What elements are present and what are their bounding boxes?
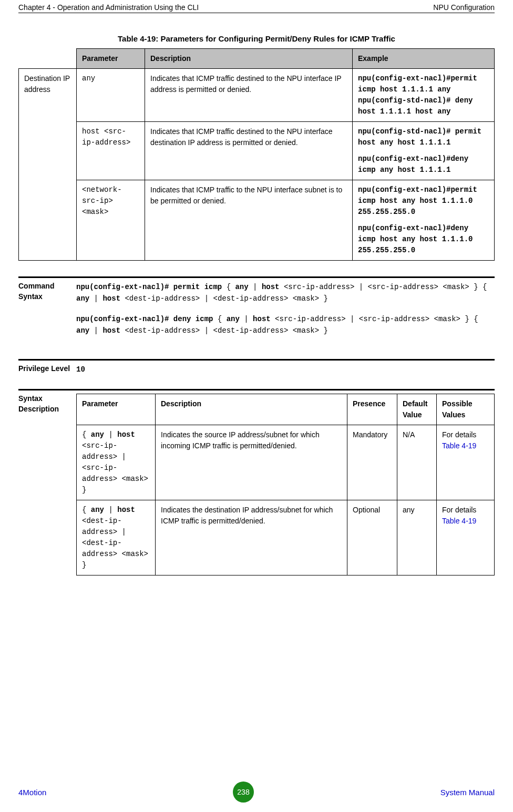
privilege-section: Privilege Level 10 (18, 359, 495, 375)
example-line: npu(config-std-nacl)# deny host 1.1.1.1 … (358, 95, 489, 117)
table-row: { any | host <dest-ip-address> | <dest-i… (77, 500, 495, 575)
desc-cell: Indicates the destination IP address/sub… (156, 500, 347, 575)
table-row: { any | host <src-ip-address> | <src-ip-… (77, 425, 495, 500)
table-link[interactable]: Table 4-19 (442, 517, 476, 525)
syntax-table: Parameter Description Presence Default V… (76, 394, 495, 575)
col-parameter: Parameter (77, 394, 156, 425)
example-cell: npu(config-std-nacl)# permit host any ho… (353, 122, 495, 180)
col-example: Example (353, 49, 495, 69)
col-possible: Possible Values (437, 394, 495, 425)
rowgroup-label: Destination IP address (19, 69, 77, 261)
col-parameter: Parameter (77, 49, 145, 69)
example-line: npu(config-ext-nacl)#permit icmp host an… (358, 184, 489, 218)
param-cell: { any | host <src-ip-address> | <src-ip-… (77, 425, 156, 500)
command-syntax-content: npu(config-ext-nacl)# permit icmp { any … (76, 281, 495, 345)
table-link[interactable]: Table 4-19 (442, 441, 476, 450)
table-caption: Table 4-19: Parameters for Configuring P… (18, 34, 495, 43)
header-left: Chapter 4 - Operation and Administration… (18, 3, 199, 12)
col-blank (19, 49, 77, 69)
table-row: Destination IP address any Indicates tha… (19, 69, 495, 122)
command-syntax-label: Command Syntax (18, 281, 76, 345)
col-description: Description (145, 49, 353, 69)
header-right: NPU Configuration (433, 3, 495, 12)
example-line: npu(config-ext-nacl)#deny icmp any host … (358, 153, 489, 176)
param-cell: host <src-ip-address> (77, 122, 145, 180)
footer-left[interactable]: 4Motion (18, 788, 46, 797)
desc-cell: Indicates the source IP address/subnet f… (156, 425, 347, 500)
page-number-badge: 238 (233, 782, 254, 803)
privilege-value: 10 (76, 364, 495, 375)
header-rule (18, 13, 495, 13)
default-cell: any (397, 500, 437, 575)
example-cell: npu(config-ext-nacl)#permit icmp host an… (353, 180, 495, 261)
desc-cell: Indicates that ICMP traffic destined to … (145, 122, 353, 180)
syntax-description-label: Syntax Description (18, 394, 76, 575)
col-default: Default Value (397, 394, 437, 425)
presence-cell: Mandatory (347, 425, 397, 500)
param-cell: { any | host <dest-ip-address> | <dest-i… (77, 500, 156, 575)
possible-cell: For details Table 4-19 (437, 425, 495, 500)
presence-cell: Optional (347, 500, 397, 575)
possible-cell: For details Table 4-19 (437, 500, 495, 575)
desc-cell: Indicates that ICMP traffic destined to … (145, 69, 353, 122)
param-cell: <network-src-ip> <mask> (77, 180, 145, 261)
col-description: Description (156, 394, 347, 425)
command-syntax-section: Command Syntax npu(config-ext-nacl)# per… (18, 276, 495, 345)
table-row: <network-src-ip> <mask> Indicates that I… (19, 180, 495, 261)
command-line: npu(config-ext-nacl)# permit icmp { any … (76, 281, 495, 305)
default-cell: N/A (397, 425, 437, 500)
parameters-table: Parameter Description Example Destinatio… (18, 48, 495, 261)
table-header-row: Parameter Description Example (19, 49, 495, 69)
example-cell: npu(config-ext-nacl)#permit icmp host 1.… (353, 69, 495, 122)
command-line: npu(config-ext-nacl)# deny icmp { any | … (76, 313, 495, 337)
syntax-description-section: Syntax Description Parameter Description… (18, 389, 495, 575)
page-footer: 4Motion 238 System Manual (18, 782, 495, 803)
syntax-description-content: Parameter Description Presence Default V… (76, 394, 495, 575)
example-line: npu(config-ext-nacl)#deny icmp host any … (358, 223, 489, 256)
col-presence: Presence (347, 394, 397, 425)
example-line: npu(config-ext-nacl)#permit icmp host 1.… (358, 73, 489, 95)
footer-right[interactable]: System Manual (440, 788, 495, 797)
desc-cell: Indicates that ICMP traffic to the NPU i… (145, 180, 353, 261)
table-header-row: Parameter Description Presence Default V… (77, 394, 495, 425)
example-line: npu(config-std-nacl)# permit host any ho… (358, 126, 489, 148)
table-row: host <src-ip-address> Indicates that ICM… (19, 122, 495, 180)
privilege-label: Privilege Level (18, 364, 76, 375)
page-header: Chapter 4 - Operation and Administration… (18, 0, 495, 13)
param-cell: any (77, 69, 145, 122)
